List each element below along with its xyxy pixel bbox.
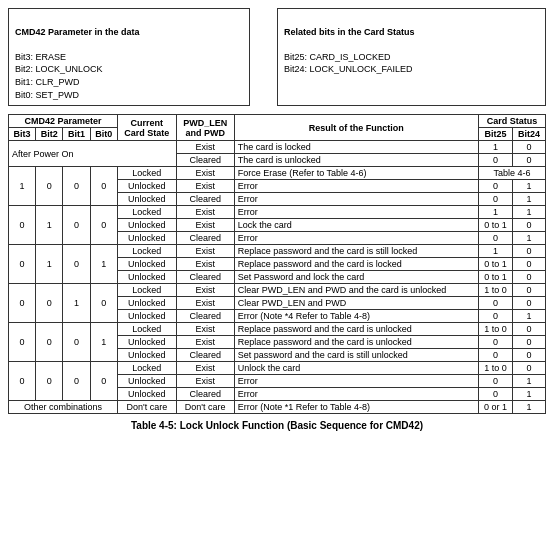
note-right-lines: Bit25: CARD_IS_LOCKED Bit24: LOCK_UNLOCK… (284, 52, 413, 75)
bit-cell: 1 (9, 167, 36, 206)
table-row: After Power OnExistThe card is locked10 (9, 141, 546, 154)
header-pwd: PWD_LEN and PWD (176, 115, 234, 141)
bit25-cell: 0 or 1 (479, 401, 513, 414)
bit24-cell: 1 (513, 180, 546, 193)
result-cell: Force Erase (Refer to Table 4-6) (234, 167, 478, 180)
bit24-cell: 1 (513, 375, 546, 388)
card-state-cell: Locked (117, 284, 176, 297)
header-card-state: Current Card State (117, 115, 176, 141)
bit25-cell: Table 4-6 (479, 167, 546, 180)
pwd-cell: Cleared (176, 349, 234, 362)
pwd-cell: Exist (176, 336, 234, 349)
bit24-cell: 0 (513, 219, 546, 232)
card-state-cell: Unlocked (117, 193, 176, 206)
result-cell: The card is locked (234, 141, 478, 154)
bit24-cell: 0 (513, 258, 546, 271)
pwd-cell: Cleared (176, 310, 234, 323)
bit-cell: 0 (63, 323, 90, 362)
after-power-on-cell: After Power On (9, 141, 177, 167)
card-state-cell: Unlocked (117, 336, 176, 349)
result-cell: Error (234, 180, 478, 193)
card-state-cell: Locked (117, 245, 176, 258)
bit25-cell: 1 to 0 (479, 362, 513, 375)
bit25-cell: 0 to 1 (479, 258, 513, 271)
main-table: CMD42 Parameter Current Card State PWD_L… (8, 114, 546, 414)
card-state-cell: Locked (117, 362, 176, 375)
pwd-cell: Exist (176, 284, 234, 297)
table-caption: Table 4-5: Lock Unlock Function (Basic S… (8, 420, 546, 431)
pwd-cell: Exist (176, 323, 234, 336)
pwd-cell: Exist (176, 375, 234, 388)
bit24-cell: 1 (513, 310, 546, 323)
card-state-cell: Unlocked (117, 375, 176, 388)
result-cell: Replace password and the card is locked (234, 258, 478, 271)
bit-cell: 0 (36, 167, 63, 206)
result-cell: Replace password and the card is unlocke… (234, 336, 478, 349)
result-cell: Clear PWD_LEN and PWD (234, 297, 478, 310)
bit24-cell: 1 (513, 401, 546, 414)
header-bit3: Bit3 (9, 128, 36, 141)
bit25-cell: 0 (479, 154, 513, 167)
card-state-cell: Unlocked (117, 258, 176, 271)
bit-cell: 0 (36, 284, 63, 323)
table-row: Other combinationsDon't careDon't careEr… (9, 401, 546, 414)
bit24-cell: 0 (513, 141, 546, 154)
result-cell: Replace password and the card is unlocke… (234, 323, 478, 336)
bit-cell: 0 (63, 245, 90, 284)
note-left: CMD42 Parameter in the data Bit3: ERASE … (8, 8, 250, 106)
bit25-cell: 0 (479, 375, 513, 388)
header-bit1: Bit1 (63, 128, 90, 141)
card-state-cell: Unlocked (117, 297, 176, 310)
result-cell: Error (234, 388, 478, 401)
pwd-cell: Exist (176, 180, 234, 193)
bit-cell: 1 (90, 323, 117, 362)
card-state-cell: Unlocked (117, 310, 176, 323)
pwd-cell: Don't care (176, 401, 234, 414)
card-state-cell: Unlocked (117, 232, 176, 245)
card-state-cell: Unlocked (117, 349, 176, 362)
result-cell: Set password and the card is still unloc… (234, 349, 478, 362)
bit-cell: 0 (36, 362, 63, 401)
result-cell: Set Password and lock the card (234, 271, 478, 284)
note-left-title: CMD42 Parameter in the data (15, 27, 140, 37)
bit25-cell: 1 to 0 (479, 284, 513, 297)
bit-cell: 0 (9, 323, 36, 362)
bit-cell: 0 (90, 167, 117, 206)
pwd-cell: Exist (176, 245, 234, 258)
bit-cell: 1 (90, 245, 117, 284)
result-cell: Replace password and the card is still l… (234, 245, 478, 258)
bit25-cell: 0 (479, 193, 513, 206)
bit25-cell: 0 to 1 (479, 271, 513, 284)
table-row: 0001LockedExistReplace password and the … (9, 323, 546, 336)
bit24-cell: 1 (513, 206, 546, 219)
bit25-cell: 0 (479, 388, 513, 401)
bit-cell: 0 (63, 206, 90, 245)
bit25-cell: 0 (479, 180, 513, 193)
bit24-cell: 0 (513, 362, 546, 375)
header-result: Result of the Function (234, 115, 478, 141)
bit25-cell: 1 (479, 141, 513, 154)
header-bit24: Bit24 (513, 128, 546, 141)
pwd-cell: Exist (176, 219, 234, 232)
bit25-cell: 0 (479, 310, 513, 323)
bit-cell: 0 (9, 362, 36, 401)
result-cell: Error (234, 375, 478, 388)
pwd-cell: Cleared (176, 193, 234, 206)
note-right-title: Related bits in the Card Status (284, 27, 415, 37)
card-state-cell: Locked (117, 206, 176, 219)
card-state-cell: Unlocked (117, 271, 176, 284)
card-state-cell: Unlocked (117, 388, 176, 401)
bit24-cell: 0 (513, 349, 546, 362)
card-state-cell: Don't care (117, 401, 176, 414)
other-combinations-cell: Other combinations (9, 401, 118, 414)
bit24-cell: 1 (513, 232, 546, 245)
bit-cell: 0 (90, 284, 117, 323)
bit25-cell: 0 (479, 297, 513, 310)
header-bit2: Bit2 (36, 128, 63, 141)
bit24-cell: 0 (513, 323, 546, 336)
pwd-cell: Cleared (176, 154, 234, 167)
pwd-cell: Exist (176, 297, 234, 310)
pwd-cell: Exist (176, 258, 234, 271)
pwd-cell: Exist (176, 362, 234, 375)
pwd-cell: Cleared (176, 271, 234, 284)
